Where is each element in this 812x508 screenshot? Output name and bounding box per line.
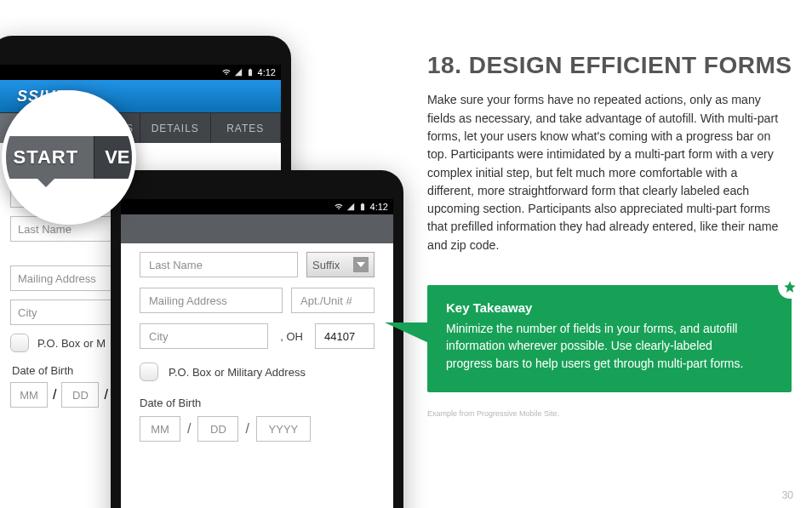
chevron-down-icon xyxy=(353,257,369,272)
magnifier: START VE xyxy=(2,90,136,225)
slash-2: / xyxy=(104,387,107,402)
battery-icon xyxy=(246,68,254,77)
status-bar: 4:12 xyxy=(121,199,393,214)
slash-1: / xyxy=(187,421,191,437)
caption: Example from Progressive Mobile Site. xyxy=(427,409,793,418)
magnifier-next-tab: VE xyxy=(94,136,136,179)
signal-icon xyxy=(234,68,243,77)
city-field[interactable]: City xyxy=(140,323,268,349)
status-bar: 4:12 xyxy=(0,65,281,80)
apt-field[interactable]: Apt./Unit # xyxy=(291,288,375,313)
phone-front: 4:12 Last Name Suffix Mailing Address Ap… xyxy=(111,170,403,508)
mailing-field[interactable]: Mailing Address xyxy=(140,288,283,313)
key-takeaway: Key Takeaway Minimize the number of fiel… xyxy=(427,285,792,392)
tab-rates[interactable]: RATES xyxy=(211,113,282,143)
state-label: , OH xyxy=(280,330,303,343)
suffix-select[interactable]: Suffix xyxy=(306,252,375,277)
dob-dd[interactable]: DD xyxy=(61,382,99,408)
pobox-checkbox[interactable]: P.O. Box or Military Address xyxy=(140,362,375,381)
slash-1: / xyxy=(53,387,56,402)
dob-mm[interactable]: MM xyxy=(140,416,180,442)
last-name-field[interactable]: Last Name xyxy=(140,252,298,277)
wifi-icon xyxy=(222,68,231,77)
tab-strip xyxy=(121,214,393,243)
magnifier-start-tab: START xyxy=(2,136,94,179)
callout-body: Minimize the number of fields in your fo… xyxy=(446,320,751,372)
dob-mm[interactable]: MM xyxy=(10,382,48,408)
tab-details[interactable]: DETAILS xyxy=(140,113,211,143)
checkbox-icon xyxy=(140,362,158,381)
zip-field[interactable]: 44107 xyxy=(315,323,375,349)
page-number: 30 xyxy=(782,489,793,501)
dob-dd[interactable]: DD xyxy=(197,416,238,442)
battery-icon xyxy=(358,203,367,211)
callout-title: Key Takeaway xyxy=(446,300,751,315)
page-title: 18. DESIGN EFFICIENT FORMS xyxy=(427,53,793,77)
dob-yyyy[interactable]: YYYY xyxy=(256,416,311,442)
star-icon xyxy=(778,275,802,299)
clock-text: 4:12 xyxy=(258,67,276,77)
body-text: Make sure your forms have no repeated ac… xyxy=(427,91,793,254)
signal-icon xyxy=(346,203,355,211)
checkbox-icon xyxy=(10,334,29,352)
slash-2: / xyxy=(245,421,249,437)
pobox-label: P.O. Box or Military Address xyxy=(169,366,306,379)
wifi-icon xyxy=(335,203,343,211)
pobox-label: P.O. Box or M xyxy=(37,337,106,350)
clock-text: 4:12 xyxy=(370,202,388,212)
screen-front: 4:12 Last Name Suffix Mailing Address Ap… xyxy=(121,199,393,508)
dob-row: MM / DD / YYYY xyxy=(140,416,375,442)
dob-label: Date of Birth xyxy=(140,397,375,409)
suffix-label: Suffix xyxy=(312,259,340,271)
